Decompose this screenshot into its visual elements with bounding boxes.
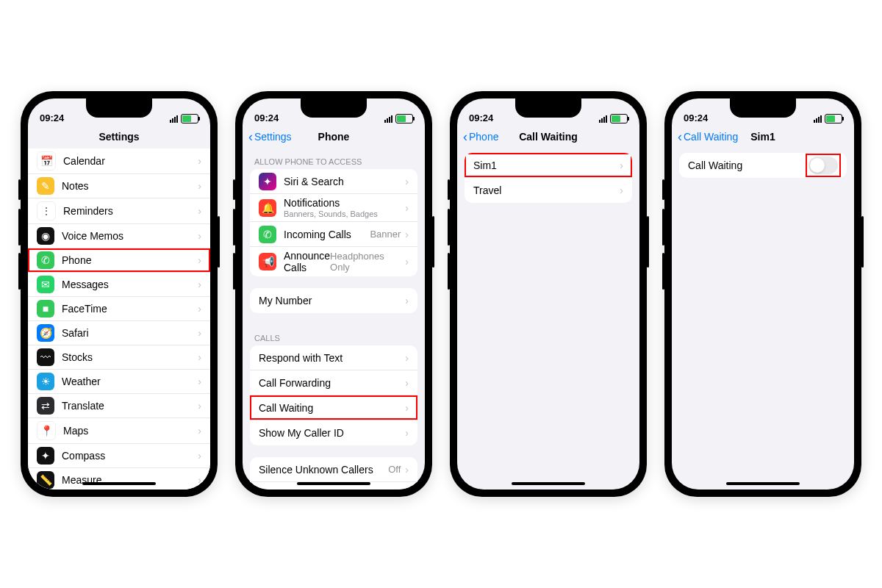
chevron-right-icon: › xyxy=(198,155,201,167)
app-icon: ✆ xyxy=(37,251,54,269)
back-label: Call Waiting xyxy=(684,131,738,143)
row-label: Incoming Calls xyxy=(284,229,370,240)
chevron-right-icon: › xyxy=(620,184,623,196)
settings-row[interactable]: ⇄Translate› xyxy=(28,394,210,418)
row-label: Reminders xyxy=(63,205,198,217)
chevron-right-icon: › xyxy=(405,176,409,187)
call-waiting-toggle[interactable] xyxy=(808,157,838,174)
back-label: Settings xyxy=(254,131,292,143)
app-icon: ◉ xyxy=(37,227,54,245)
app-icon: ■ xyxy=(37,300,54,318)
home-indicator[interactable] xyxy=(726,482,800,485)
chevron-right-icon: › xyxy=(620,159,623,171)
row-detail: Off xyxy=(388,464,401,475)
row-label: Maps xyxy=(63,425,198,437)
chevron-right-icon: › xyxy=(405,427,409,439)
chevron-right-icon: › xyxy=(198,376,201,387)
row-label: Call Waiting xyxy=(259,402,405,414)
status-time: 09:24 xyxy=(469,112,493,123)
app-icon: 📍 xyxy=(37,421,56,440)
app-icon: ✎ xyxy=(37,177,54,195)
settings-row[interactable]: Call Forwarding› xyxy=(250,370,417,395)
back-button[interactable]: ‹ Phone xyxy=(463,130,498,143)
iphone-frame-4: 09:24 ‹ Call Waiting Sim1 Call Waiting xyxy=(664,91,861,497)
battery-icon xyxy=(610,114,628,123)
row-label: Safari xyxy=(62,327,198,339)
settings-row[interactable]: Travel› xyxy=(465,178,632,203)
settings-row[interactable]: ✆Phone› xyxy=(28,248,210,273)
toggle-label: Call Waiting xyxy=(688,159,808,171)
back-label: Phone xyxy=(469,131,498,143)
app-icon: 🔔 xyxy=(259,199,276,217)
settings-row[interactable]: My Number› xyxy=(250,288,417,313)
nav-bar: ‹ Phone Call Waiting xyxy=(457,125,639,148)
row-label: Compass xyxy=(62,450,198,462)
home-indicator[interactable] xyxy=(297,482,370,485)
settings-row[interactable]: 🔔NotificationsBanners, Sounds, Badges› xyxy=(250,194,417,222)
settings-row[interactable]: 〰Stocks› xyxy=(28,345,210,370)
row-detail: Headphones Only xyxy=(330,251,401,273)
settings-row[interactable]: ◉Voice Memos› xyxy=(28,224,210,248)
signal-icon xyxy=(384,115,392,123)
settings-row[interactable]: ✉Messages› xyxy=(28,273,210,297)
status-time: 09:24 xyxy=(254,112,279,123)
row-label: Calendar xyxy=(63,155,198,167)
chevron-right-icon: › xyxy=(198,351,201,363)
status-time: 09:24 xyxy=(684,112,708,123)
chevron-right-icon: › xyxy=(405,229,409,240)
chevron-right-icon: › xyxy=(198,425,201,437)
app-icon: ⇄ xyxy=(37,397,54,415)
chevron-right-icon: › xyxy=(198,400,201,412)
notch xyxy=(86,98,152,118)
chevron-right-icon: › xyxy=(198,474,201,486)
notch xyxy=(301,98,367,118)
section-header: ALLOW PHONE TO ACCESS xyxy=(243,148,425,169)
row-label: My Number xyxy=(259,295,405,306)
home-indicator[interactable] xyxy=(512,482,585,485)
app-icon: 〰 xyxy=(37,348,54,366)
app-icon: ✉ xyxy=(37,276,54,293)
settings-row[interactable]: 📍Maps› xyxy=(28,418,210,444)
chevron-right-icon: › xyxy=(198,180,201,192)
back-button[interactable]: ‹ Settings xyxy=(248,130,292,143)
settings-row[interactable]: ✆Incoming CallsBanner› xyxy=(250,222,417,247)
settings-row[interactable]: ✦Compass› xyxy=(28,444,210,468)
settings-row[interactable]: 🧭Safari› xyxy=(28,321,210,345)
chevron-right-icon: › xyxy=(405,489,409,490)
back-button[interactable]: ‹ Call Waiting xyxy=(678,130,738,143)
settings-row[interactable]: 📢Announce CallsHeadphones Only› xyxy=(250,247,417,276)
settings-row[interactable]: Sim1› xyxy=(465,153,632,178)
sim-list-content[interactable]: Sim1›Travel› xyxy=(457,148,639,490)
home-indicator[interactable] xyxy=(82,482,156,485)
app-icon: ✦ xyxy=(259,173,276,190)
notch xyxy=(515,98,581,118)
settings-row[interactable]: Silence Unknown CallersOff› xyxy=(250,457,417,482)
settings-row[interactable]: ⋮Reminders› xyxy=(28,198,210,224)
settings-row[interactable]: ✦Siri & Search› xyxy=(250,169,417,194)
settings-row[interactable]: Call Waiting› xyxy=(250,395,417,420)
iphone-frame-3: 09:24 ‹ Phone Call Waiting Sim1›Travel› xyxy=(450,91,647,497)
settings-row[interactable]: 📏Measure› xyxy=(28,468,210,490)
call-waiting-toggle-row[interactable]: Call Waiting xyxy=(679,153,847,178)
settings-row[interactable]: ✎Notes› xyxy=(28,174,210,198)
settings-row[interactable]: ☀Weather› xyxy=(28,370,210,394)
app-icon: ⋮ xyxy=(37,201,56,220)
row-label: Phone xyxy=(62,254,198,266)
settings-list[interactable]: 📅Calendar›✎Notes›⋮Reminders›◉Voice Memos… xyxy=(28,148,210,490)
row-label: Notes xyxy=(62,180,198,192)
battery-icon xyxy=(395,114,413,123)
call-waiting-content: Call Waiting xyxy=(672,148,854,490)
nav-title: Sim1 xyxy=(750,131,775,143)
phone-settings-content[interactable]: ALLOW PHONE TO ACCESS ✦Siri & Search›🔔No… xyxy=(243,148,425,490)
status-time: 09:24 xyxy=(40,112,64,123)
settings-row[interactable]: Show My Caller ID› xyxy=(250,420,417,445)
nav-title: Phone xyxy=(318,131,350,143)
row-label: Travel xyxy=(473,184,620,196)
settings-row[interactable]: Respond with Text› xyxy=(250,345,417,370)
row-label: NotificationsBanners, Sounds, Badges xyxy=(284,197,405,218)
chevron-right-icon: › xyxy=(405,377,409,389)
settings-row[interactable]: ■FaceTime› xyxy=(28,297,210,321)
nav-title: Call Waiting xyxy=(519,131,578,143)
app-icon: 📏 xyxy=(37,471,54,489)
settings-row[interactable]: 📅Calendar› xyxy=(28,148,210,174)
